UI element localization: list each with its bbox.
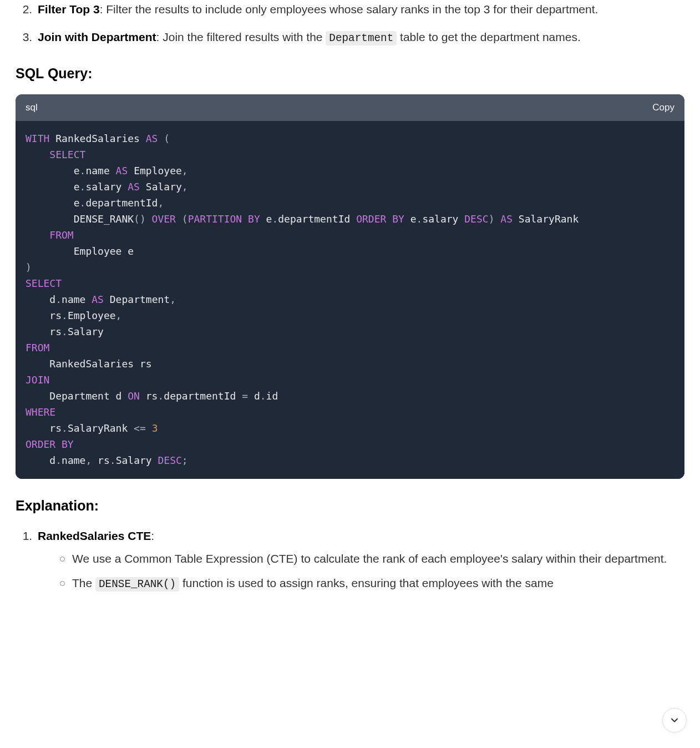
explanation-sub-2-prefix: The bbox=[72, 577, 95, 589]
step-2-title: Filter Top 3 bbox=[38, 3, 100, 16]
sql-query-heading: SQL Query: bbox=[16, 62, 684, 84]
explanation-item-1: RankedSalaries CTE: We use a Common Tabl… bbox=[35, 527, 684, 593]
explanation-sub-2: The DENSE_RANK() function is used to ass… bbox=[60, 574, 684, 593]
explanation-sub-1: We use a Common Table Expression (CTE) t… bbox=[60, 549, 684, 568]
explanation-item-1-title: RankedSalaries CTE bbox=[38, 529, 151, 542]
code-language-label: sql bbox=[26, 100, 38, 115]
explanation-sublist: We use a Common Table Expression (CTE) t… bbox=[38, 549, 684, 593]
code-block: sql Copy WITH RankedSalaries AS ( SELECT… bbox=[16, 94, 684, 478]
copy-button[interactable]: Copy bbox=[652, 102, 674, 113]
code-body[interactable]: WITH RankedSalaries AS ( SELECT e.name A… bbox=[16, 121, 684, 479]
explanation-heading: Explanation: bbox=[16, 494, 684, 517]
step-2: Filter Top 3: Filter the results to incl… bbox=[35, 0, 684, 19]
code-header: sql Copy bbox=[16, 94, 684, 120]
step-3-prefix: : Join the filtered results with the bbox=[156, 31, 326, 43]
step-2-text: : Filter the results to include only emp… bbox=[100, 3, 598, 16]
step-3-suffix: table to get the department names. bbox=[397, 31, 581, 43]
explanation-list: RankedSalaries CTE: We use a Common Tabl… bbox=[16, 527, 684, 593]
step-3-title: Join with Department bbox=[38, 31, 156, 43]
inline-code-department: Department bbox=[326, 31, 397, 46]
inline-code-denserank: DENSE_RANK() bbox=[95, 577, 179, 592]
steps-list: Filter Top 3: Filter the results to incl… bbox=[16, 0, 684, 47]
step-3: Join with Department: Join the filtered … bbox=[35, 28, 684, 47]
code-content: WITH RankedSalaries AS ( SELECT e.name A… bbox=[26, 133, 579, 466]
explanation-sub-1-text: We use a Common Table Expression (CTE) t… bbox=[72, 552, 667, 565]
explanation-sub-2-suffix: function is used to assign ranks, ensuri… bbox=[179, 577, 554, 589]
explanation-item-1-colon: : bbox=[151, 529, 154, 542]
